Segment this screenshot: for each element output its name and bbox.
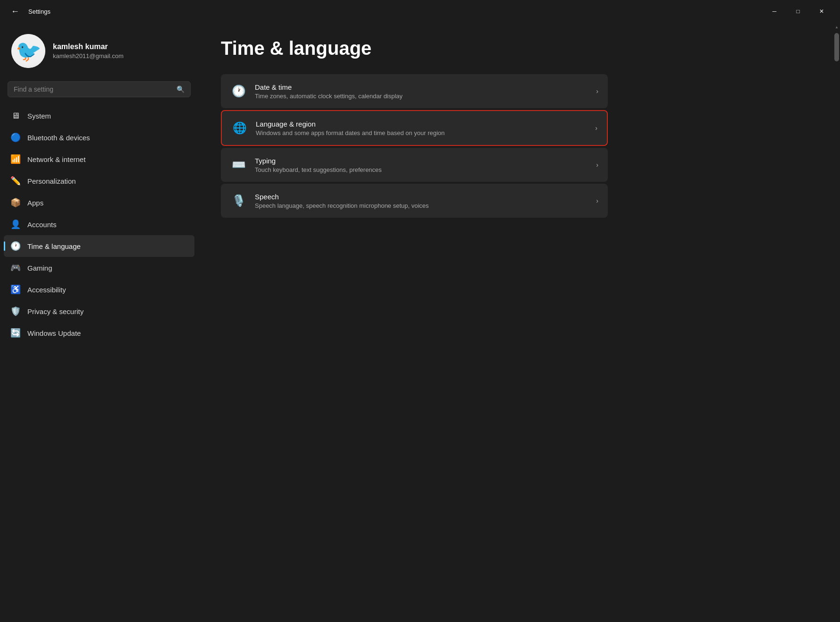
right-scrollbar: ▲ [833,23,840,622]
sidebar: 🐦 kamlesh kumar kamlesh2011@gmail.com 🔍 … [0,23,198,622]
nav-list: 🖥 System 🔵 Bluetooth & devices 📶 Network… [0,105,198,344]
sidebar-item-accounts[interactable]: 👤 Accounts [4,213,194,235]
sidebar-item-label: Accounts [27,221,57,229]
setting-item-title: Typing [255,157,588,165]
titlebar-controls: ─ □ ✕ [764,4,832,19]
user-email: kamlesh2011@gmail.com [53,52,124,60]
close-button[interactable]: ✕ [811,4,832,19]
sidebar-item-personalization[interactable]: ✏️ Personalization [4,170,194,192]
back-button[interactable]: ← [8,4,23,19]
setting-item-text: Speech Speech language, speech recogniti… [255,193,588,209]
sidebar-item-label: Gaming [27,264,52,272]
sidebar-item-label: System [27,112,51,120]
user-profile: 🐦 kamlesh kumar kamlesh2011@gmail.com [0,23,198,77]
speech-setting-icon: 🎙️ [230,192,247,209]
user-info: kamlesh kumar kamlesh2011@gmail.com [53,43,124,60]
apps-icon: 📦 [10,197,21,208]
setting-item-desc: Windows and some apps format dates and t… [256,129,588,136]
chevron-right-icon: › [596,197,598,204]
sidebar-item-label: Time & language [27,242,81,250]
typing-setting-icon: ⌨️ [230,156,247,173]
sidebar-item-update[interactable]: 🔄 Windows Update [4,322,194,344]
accessibility-icon: ♿ [10,284,21,295]
setting-item-typing[interactable]: ⌨️ Typing Touch keyboard, text suggestio… [221,148,608,182]
page-title: Time & language [221,38,817,59]
sidebar-item-network[interactable]: 📶 Network & internet [4,148,194,170]
sidebar-item-apps[interactable]: 📦 Apps [4,192,194,213]
bluetooth-icon: 🔵 [10,132,21,143]
sidebar-item-gaming[interactable]: 🎮 Gaming [4,257,194,279]
chevron-right-icon: › [596,161,598,169]
titlebar-left: ← Settings [8,4,50,19]
sidebar-item-time[interactable]: 🕐 Time & language [4,235,194,257]
update-icon: 🔄 [10,328,21,338]
privacy-icon: 🛡️ [10,306,21,316]
sidebar-item-label: Accessibility [27,286,66,294]
sidebar-item-label: Privacy & security [27,307,84,315]
chevron-right-icon: › [596,87,598,95]
sidebar-item-bluetooth[interactable]: 🔵 Bluetooth & devices [4,127,194,148]
setting-item-title: Date & time [255,83,588,91]
setting-item-text: Typing Touch keyboard, text suggestions,… [255,157,588,173]
setting-item-text: Date & time Time zones, automatic clock … [255,83,588,100]
scrollbar-thumb[interactable] [834,33,839,61]
datetime-setting-icon: 🕐 [230,83,247,100]
setting-item-title: Speech [255,193,588,201]
sidebar-item-label: Personalization [27,177,76,185]
setting-item-title: Language & region [256,120,588,128]
accounts-icon: 👤 [10,219,21,230]
avatar: 🐦 [11,34,45,68]
search-container: 🔍 [0,77,198,105]
setting-item-text: Language & region Windows and some apps … [256,120,588,136]
titlebar-title: Settings [28,8,50,15]
sidebar-item-label: Windows Update [27,329,81,337]
sidebar-item-accessibility[interactable]: ♿ Accessibility [4,279,194,300]
titlebar: ← Settings ─ □ ✕ [0,0,840,23]
personalization-icon: ✏️ [10,176,21,186]
system-icon: 🖥 [10,111,21,121]
sidebar-item-privacy[interactable]: 🛡️ Privacy & security [4,300,194,322]
chevron-right-icon: › [595,124,597,132]
minimize-button[interactable]: ─ [764,4,785,19]
network-icon: 📶 [10,154,21,164]
sidebar-item-system[interactable]: 🖥 System [4,105,194,127]
setting-item-desc: Time zones, automatic clock settings, ca… [255,93,588,100]
main-content: Time & language 🕐 Date & time Time zones… [198,23,840,622]
avatar-image: 🐦 [11,34,45,68]
setting-item-desc: Speech language, speech recognition micr… [255,202,588,209]
time-icon: 🕐 [10,241,21,251]
search-box[interactable]: 🔍 [8,81,191,97]
search-input[interactable] [14,85,172,93]
user-name: kamlesh kumar [53,43,124,51]
search-icon: 🔍 [176,85,185,93]
gaming-icon: 🎮 [10,263,21,273]
scroll-up-arrow[interactable]: ▲ [833,23,840,31]
sidebar-item-label: Apps [27,199,43,207]
sidebar-item-label: Network & internet [27,155,85,163]
maximize-button[interactable]: □ [787,4,809,19]
setting-item-speech[interactable]: 🎙️ Speech Speech language, speech recogn… [221,184,608,218]
sidebar-item-label: Bluetooth & devices [27,134,90,142]
setting-item-datetime[interactable]: 🕐 Date & time Time zones, automatic cloc… [221,74,608,108]
setting-item-language[interactable]: 🌐 Language & region Windows and some app… [221,110,608,146]
app-container: 🐦 kamlesh kumar kamlesh2011@gmail.com 🔍 … [0,23,840,622]
language-setting-icon: 🌐 [231,119,248,136]
settings-list: 🕐 Date & time Time zones, automatic cloc… [221,74,608,218]
setting-item-desc: Touch keyboard, text suggestions, prefer… [255,166,588,173]
